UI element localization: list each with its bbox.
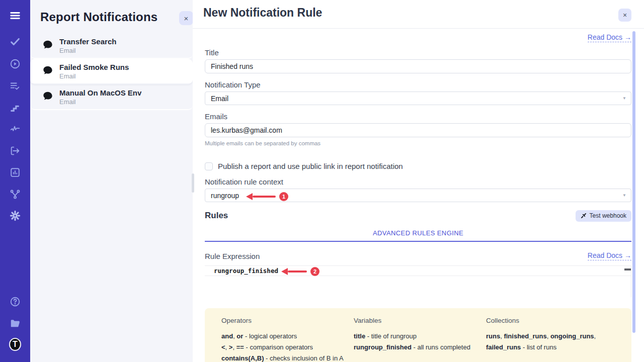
menu-icon bbox=[10, 10, 21, 21]
title-field-label: Title bbox=[205, 48, 631, 57]
rail-button-list-check[interactable] bbox=[9, 80, 21, 92]
notification-list-item[interactable]: Failed Smoke RunsEmail bbox=[30, 59, 193, 84]
notification-list: Transfer SearchEmailFailed Smoke RunsEma… bbox=[30, 33, 193, 110]
tab-advanced-rules-engine[interactable]: ADVANCED RULES ENGINE bbox=[373, 229, 463, 237]
notification-list-item[interactable]: Transfer SearchEmail bbox=[30, 33, 193, 59]
main-header: New Notification Rule × bbox=[193, 0, 644, 29]
check-icon bbox=[10, 36, 21, 47]
test-webhook-label: Test webhook bbox=[590, 212, 626, 219]
help-line: and, or - logical operators bbox=[221, 331, 354, 342]
notification-type-label: Notification Type bbox=[205, 80, 631, 89]
branch-icon bbox=[10, 189, 21, 200]
rail-button-menu[interactable] bbox=[9, 10, 21, 22]
panel-title: Report Notifications bbox=[40, 10, 157, 24]
help-line: contains(A,B) - checks inclusion of B in… bbox=[221, 353, 354, 362]
help-column-operators: Operatorsand, or - logical operators<, >… bbox=[221, 317, 354, 362]
chat-bubble-icon bbox=[42, 40, 53, 50]
rule-expression-editor[interactable]: rungroup_finished 2 bbox=[205, 265, 631, 297]
arrow-left-icon bbox=[246, 193, 253, 200]
notification-channel: Email bbox=[59, 46, 116, 55]
new-notification-rule-modal: New Notification Rule × Read Docs → Titl… bbox=[193, 0, 644, 362]
rail-button-bar-chart[interactable] bbox=[9, 166, 21, 178]
rail-button-activity[interactable] bbox=[9, 123, 21, 135]
tab-bar: ADVANCED RULES ENGINE bbox=[205, 228, 631, 242]
rail-button-branch[interactable] bbox=[9, 188, 21, 200]
context-select[interactable]: rungroup ▼ 1 bbox=[205, 189, 631, 202]
chevron-down-icon: ▼ bbox=[622, 193, 626, 198]
activity-icon bbox=[10, 124, 21, 135]
publish-checkbox-label: Publish a report and use public link in … bbox=[218, 162, 403, 170]
help-line: runs, finished_runs, ongoing_runs, faile… bbox=[486, 331, 617, 353]
context-field-label: Notification rule context bbox=[205, 177, 631, 187]
emails-input[interactable] bbox=[205, 123, 631, 137]
modal-close-button[interactable]: × bbox=[618, 9, 631, 22]
notification-channel: Email bbox=[59, 98, 141, 106]
rail-button-help[interactable] bbox=[9, 296, 21, 308]
play-circle-icon bbox=[10, 58, 21, 69]
help-column-header: Variables bbox=[354, 317, 486, 324]
chat-bubble-icon bbox=[42, 65, 53, 75]
chat-bubble-icon bbox=[42, 91, 53, 101]
panel-close-button[interactable]: × bbox=[179, 11, 193, 25]
logo-avatar: T bbox=[9, 338, 21, 351]
form-content: Read Docs → Title Notification Type Emai… bbox=[193, 33, 644, 362]
active-code-line: rungroup_finished 2 bbox=[205, 265, 631, 276]
close-icon: × bbox=[184, 14, 189, 23]
arrow-left-icon bbox=[281, 268, 288, 275]
annotation-arrow-2: 2 bbox=[281, 267, 319, 276]
annotation-badge-1: 1 bbox=[279, 192, 288, 201]
annotation-badge-2: 2 bbox=[310, 267, 319, 276]
steps-icon bbox=[10, 102, 21, 113]
bar-chart-icon bbox=[10, 167, 21, 178]
rail-button-folder[interactable] bbox=[9, 317, 21, 329]
list-check-icon bbox=[10, 80, 21, 92]
rail-button-steps[interactable] bbox=[9, 102, 21, 114]
close-icon: × bbox=[623, 11, 627, 19]
rules-heading: Rules bbox=[205, 211, 228, 221]
test-webhook-button[interactable]: Test webhook bbox=[576, 210, 631, 222]
rule-expression-code: rungroup_finished bbox=[214, 267, 278, 275]
page-title: New Notification Rule bbox=[203, 6, 322, 20]
notification-title: Failed Smoke Runs bbox=[59, 62, 129, 72]
notification-channel: Email bbox=[59, 72, 129, 80]
title-input[interactable] bbox=[205, 59, 631, 73]
scrollbar-thumb[interactable] bbox=[632, 31, 635, 333]
webhook-icon bbox=[581, 213, 587, 219]
help-icon bbox=[10, 296, 21, 307]
gear-icon bbox=[10, 210, 21, 221]
annotation-arrow-1: 1 bbox=[246, 192, 288, 201]
help-column-collections: Collectionsruns, finished_runs, ongoing_… bbox=[486, 317, 617, 362]
help-line: title - title of rungroup bbox=[354, 331, 486, 342]
publish-checkbox[interactable] bbox=[205, 162, 213, 170]
help-column-header: Collections bbox=[486, 317, 617, 324]
rail-button-play-circle[interactable] bbox=[9, 58, 21, 70]
notification-type-value: Email bbox=[211, 95, 228, 103]
rail-button-sign-in[interactable] bbox=[9, 145, 21, 157]
icon-rail: T bbox=[0, 0, 30, 362]
read-docs-link[interactable]: Read Docs → bbox=[588, 33, 631, 42]
notifications-panel: Report Notifications × Transfer SearchEm… bbox=[30, 0, 193, 362]
help-column-variables: Variablestitle - title of rungrouprungro… bbox=[354, 317, 486, 362]
panel-resize-handle[interactable] bbox=[192, 173, 194, 193]
rail-button-check[interactable] bbox=[9, 36, 21, 48]
rail-button-gear[interactable] bbox=[9, 210, 21, 222]
emails-field-label: Emails bbox=[205, 112, 631, 121]
help-line: rungroup_finished - all runs completed bbox=[354, 342, 486, 353]
emails-helper-text: Multiple emails can be separated by comm… bbox=[205, 140, 631, 146]
notification-list-item[interactable]: Manual On MacOS EnvEmail bbox=[30, 84, 193, 110]
context-value: rungroup bbox=[211, 192, 239, 200]
rules-help-panel: Operatorsand, or - logical operators<, >… bbox=[205, 308, 631, 362]
read-docs-link[interactable]: Read Docs → bbox=[588, 251, 631, 260]
notification-title: Transfer Search bbox=[59, 37, 116, 46]
help-column-header: Operators bbox=[221, 317, 354, 324]
help-line: <, >, == - comparison operators bbox=[221, 342, 354, 353]
publish-checkbox-row: Publish a report and use public link in … bbox=[205, 162, 631, 170]
rail-button-logo[interactable]: T bbox=[9, 338, 21, 350]
notification-title: Manual On MacOS Env bbox=[59, 88, 141, 98]
chevron-down-icon: ▼ bbox=[622, 96, 626, 101]
notification-type-select[interactable]: Email ▼ bbox=[205, 92, 631, 105]
folder-icon bbox=[10, 318, 21, 329]
sign-in-icon bbox=[10, 145, 21, 156]
rule-expression-label: Rule Expression bbox=[205, 252, 260, 260]
